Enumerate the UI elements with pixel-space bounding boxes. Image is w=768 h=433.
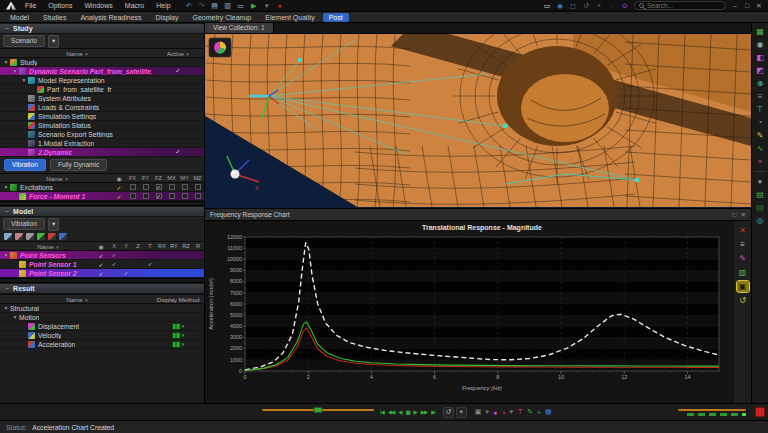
vibration-button[interactable]: Vibration: [4, 159, 46, 171]
dof-cell-fz[interactable]: ✓: [152, 193, 165, 199]
dof-checkbox[interactable]: [182, 193, 188, 199]
chart-type-icon[interactable]: ▥: [737, 267, 749, 278]
sensor-row[interactable]: ▾Point Sensors✓✓: [0, 251, 204, 260]
tree-row[interactable]: Part_from_satellite_fr: [0, 85, 204, 94]
result-row[interactable]: Acceleration▾: [0, 340, 204, 349]
active-check[interactable]: ✓: [152, 67, 204, 75]
list-icon[interactable]: ≡: [754, 91, 767, 102]
minimize-button[interactable]: –: [730, 2, 740, 10]
record-stop-icon[interactable]: [755, 407, 765, 417]
dof-cell-mx[interactable]: [165, 193, 178, 199]
display-method-cell[interactable]: ▾: [152, 332, 204, 339]
excitation-row[interactable]: ▾Excitations✓✓: [0, 183, 204, 192]
menu-help[interactable]: Help: [151, 2, 175, 9]
expand-caret-icon[interactable]: ▾: [20, 77, 28, 83]
restore-button[interactable]: □: [742, 2, 752, 10]
filter-caret-icon[interactable]: ▾: [55, 244, 59, 250]
dof-cell-fy[interactable]: [139, 184, 152, 190]
sensor-search-icon[interactable]: [26, 233, 34, 240]
tab-post[interactable]: Post: [323, 13, 349, 22]
tree-row[interactable]: Simulation Settings: [0, 112, 204, 121]
pan-icon[interactable]: +: [594, 1, 604, 10]
dof-checkbox[interactable]: [195, 184, 201, 190]
component-check-t[interactable]: ✓: [144, 261, 156, 267]
dof-cell-mz[interactable]: [191, 193, 204, 199]
new-session-icon[interactable]: ▤: [210, 1, 220, 10]
close-button[interactable]: ✕: [754, 2, 764, 10]
dof-checkbox[interactable]: [169, 193, 175, 199]
method-caret-icon[interactable]: ▾: [182, 341, 185, 347]
play-back-button[interactable]: ◀: [398, 409, 401, 415]
tree-row[interactable]: Loads & Constraints: [0, 103, 204, 112]
dropdown-vibration-button[interactable]: Vibration: [3, 218, 45, 230]
tree-row[interactable]: 1.Modal Extraction: [0, 139, 204, 148]
remove-curve-icon[interactable]: ✕: [737, 225, 749, 236]
marker-color-icon[interactable]: ●: [493, 409, 497, 416]
sphere-icon[interactable]: ●: [754, 176, 767, 187]
chart-display-icon[interactable]: [172, 341, 181, 348]
section-header-study[interactable]: −Study: [0, 23, 204, 34]
chart-display-icon[interactable]: [172, 323, 181, 330]
redo-icon[interactable]: ↷: [197, 1, 207, 10]
tab-geometry-cleanup[interactable]: Geometry Cleanup: [186, 13, 257, 22]
visibility-check[interactable]: ✓: [112, 184, 126, 191]
expand-caret-icon[interactable]: ▾: [11, 314, 19, 320]
tree-row[interactable]: Simulation Status: [0, 121, 204, 130]
visibility-check[interactable]: ✓: [112, 193, 126, 200]
tree-row[interactable]: ▾Model Representation: [0, 76, 204, 85]
section-header-result[interactable]: −Result: [0, 283, 204, 294]
orbit-icon[interactable]: ↺: [581, 1, 591, 10]
expand-caret-icon[interactable]: ▾: [11, 68, 19, 74]
shade-caret-icon[interactable]: ▾: [485, 408, 489, 416]
shade-mode-icon[interactable]: ▣: [475, 408, 482, 416]
component-check-x[interactable]: ✓: [108, 261, 120, 267]
search-box[interactable]: [634, 1, 726, 10]
tree-row[interactable]: 2.Dynamic✓: [0, 148, 204, 157]
assistant-icon[interactable]: ⊙: [620, 1, 630, 10]
section-cut-icon[interactable]: ◧: [754, 52, 767, 63]
expand-caret-icon[interactable]: ▾: [2, 184, 10, 190]
step-forward-button[interactable]: ▶▶: [421, 409, 427, 415]
tree-row[interactable]: System Attributes: [0, 94, 204, 103]
sphere-pair-icon[interactable]: ◩: [754, 65, 767, 76]
dof-cell-mz[interactable]: [191, 184, 204, 190]
fully-dynamic-button[interactable]: Fully Dynamic: [50, 159, 107, 171]
tab-display[interactable]: Display: [150, 13, 185, 22]
zoom-icon[interactable]: ◌: [607, 1, 617, 10]
angle-icon[interactable]: ◔: [754, 117, 767, 128]
skip-start-button[interactable]: |◀: [380, 409, 384, 415]
dof-checkbox[interactable]: [195, 193, 201, 199]
tab-analysis-readiness[interactable]: Analysis Readiness: [74, 13, 147, 22]
active-check[interactable]: ✓: [152, 148, 204, 156]
sensor-row[interactable]: Point Sensor 2✓✓: [0, 269, 204, 278]
expand-caret-icon[interactable]: ▾: [2, 59, 10, 65]
sensor-remove-icon[interactable]: [15, 233, 23, 240]
marker-icon[interactable]: ▣: [737, 281, 749, 292]
component-check-y[interactable]: ✓: [120, 270, 132, 276]
layout-icon[interactable]: ▭: [542, 1, 552, 10]
step-back-button[interactable]: ◀◀: [388, 409, 394, 415]
undo-icon[interactable]: ↶: [184, 1, 194, 10]
display-method-cell[interactable]: ▾: [152, 323, 204, 330]
compare-caret-icon[interactable]: ▾: [509, 408, 513, 416]
expand-caret-icon[interactable]: ▾: [2, 252, 10, 258]
result-row[interactable]: Velocity▾: [0, 331, 204, 340]
layers-icon[interactable]: ▤: [754, 189, 767, 200]
response-curve-icon[interactable]: ∿: [754, 143, 767, 154]
run-options-caret-icon[interactable]: ▾: [262, 1, 272, 10]
tab-model[interactable]: Model: [4, 13, 35, 22]
visibility-check[interactable]: ✓: [94, 252, 108, 259]
result-row[interactable]: ▾Motion: [0, 313, 204, 322]
chart-display-icon[interactable]: [172, 332, 181, 339]
slider-handle[interactable]: [314, 407, 323, 413]
menu-file[interactable]: File: [20, 2, 41, 9]
globe-icon[interactable]: ◎: [754, 215, 767, 226]
dof-checkbox[interactable]: [130, 184, 136, 190]
excitation-row[interactable]: Force - Moment 1✓✓: [0, 192, 204, 201]
component-check-x[interactable]: ✓: [108, 252, 120, 258]
tree-row[interactable]: ▾Study: [0, 58, 204, 67]
text-probe-icon[interactable]: ⊤: [517, 408, 523, 416]
sensor-table-icon[interactable]: [4, 233, 12, 240]
pause-button[interactable]: ▮▮: [405, 409, 409, 415]
loop-icon[interactable]: ↺: [443, 407, 454, 418]
